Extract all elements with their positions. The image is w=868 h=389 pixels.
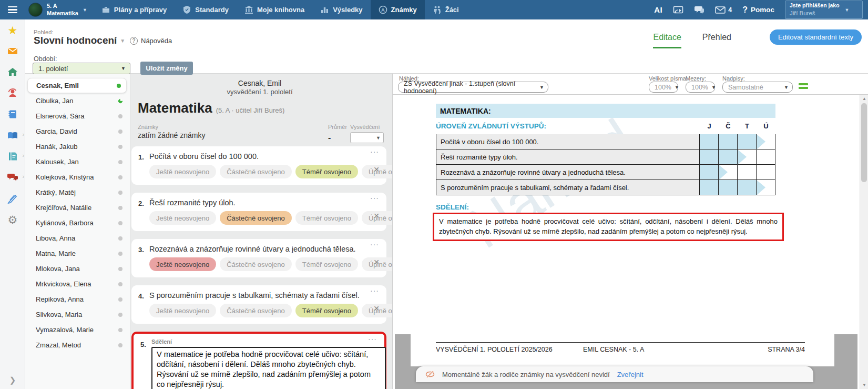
student-list-item[interactable]: Mrkvickova, Elena xyxy=(25,276,130,292)
student-list-item[interactable]: Slivkova, Maria xyxy=(25,307,130,322)
clear-rating-icon[interactable]: ✕ xyxy=(373,212,380,220)
rating-pill[interactable]: Částečně osvojeno xyxy=(220,165,292,178)
help-button[interactable]: ? Pomoc xyxy=(742,5,774,15)
library-book-icon[interactable]: › xyxy=(0,125,25,146)
scrollbar-thumb[interactable] xyxy=(861,103,867,182)
rating-pill[interactable]: Částečně osvojeno xyxy=(220,304,292,317)
rating-pill[interactable]: Ještě neosvojeno xyxy=(149,211,216,225)
scroll-down-arrow[interactable]: ▼ xyxy=(860,383,868,387)
item-menu-dots[interactable]: ··· xyxy=(370,147,379,156)
rating-pill[interactable]: Téměř osvojeno xyxy=(295,257,358,271)
rating-pill[interactable]: Ještě neosvojeno xyxy=(149,257,216,271)
rating-pill[interactable]: Ještě neosvojeno xyxy=(149,304,216,317)
student-list-item[interactable]: Zmazal, Metod xyxy=(25,337,130,353)
nav-item[interactable]: A Standardy xyxy=(175,0,237,19)
student-list-item[interactable]: Garcia, David xyxy=(25,124,130,139)
rating-pill[interactable]: Částečně osvojeno xyxy=(220,211,292,225)
cast-icon[interactable] xyxy=(673,5,683,15)
item-number: 1. xyxy=(138,153,144,161)
student-list-item[interactable]: Kalousek, Jan xyxy=(25,154,130,169)
nav-item[interactable]: A Výsledky xyxy=(312,0,370,19)
edit-standard-texts-button[interactable]: Editovat standardní texty xyxy=(770,29,862,45)
favorites-star-icon[interactable]: ★ xyxy=(0,19,25,41)
chat-icon[interactable] xyxy=(694,5,704,15)
spacing-select[interactable]: 100% ▼ xyxy=(686,82,715,93)
outcome-row: Rozeznává a znázorňuje rovinné útvary a … xyxy=(436,165,775,180)
page-header: Pohled: Slovní hodnocení▼ ? Nápověda Obd… xyxy=(25,19,868,74)
student-list-item[interactable]: Mlokova, Jana xyxy=(25,261,130,276)
home-icon[interactable] xyxy=(0,62,25,83)
topbar-right-group: AI 4 ? Pomoc Jste přihlášen jako Jiří Bu… xyxy=(654,0,868,19)
publish-link[interactable]: Zveřejnit xyxy=(617,371,644,378)
pen-icon[interactable] xyxy=(0,188,25,209)
clear-rating-icon[interactable]: ✕ xyxy=(373,165,380,174)
scroll-up-arrow[interactable]: ▲ xyxy=(860,96,868,101)
clear-rating-icon[interactable]: ✕ xyxy=(373,258,380,266)
help-link[interactable]: ? Nápověda xyxy=(130,37,172,45)
chevron-down-icon: ▼ xyxy=(376,135,381,141)
student-list-item[interactable]: Hanák, Jakub xyxy=(25,139,130,154)
period-select[interactable]: 1. pololetí ▼ xyxy=(33,63,130,74)
messages-envelope-icon[interactable] xyxy=(0,41,25,62)
journal-icon[interactable]: › xyxy=(0,146,25,167)
level-column-headers: JČTÚ xyxy=(700,122,775,130)
nav-label: Výsledky xyxy=(333,6,362,14)
rating-pill[interactable]: Téměř osvojeno xyxy=(295,211,358,225)
notebook-icon[interactable] xyxy=(0,104,25,125)
gear-icon[interactable]: ⚙ xyxy=(0,209,25,230)
item-menu-dots[interactable]: ··· xyxy=(370,194,379,202)
item-menu-dots[interactable]: ··· xyxy=(370,240,379,248)
assessment-item-card: 1. Počítá v oboru čísel do 100 000. Ješt… xyxy=(131,146,386,185)
report-message-heading: SDĚLENÍ: xyxy=(436,203,469,211)
nav-item[interactable]: A Plány a přípravy xyxy=(94,0,175,19)
ai-button[interactable]: AI xyxy=(654,5,662,14)
student-list-item[interactable]: Kolejková, Kristýna xyxy=(25,169,130,185)
mode-tab[interactable]: Přehled xyxy=(702,33,731,48)
save-changes-button[interactable]: Uložit změny xyxy=(140,62,193,75)
briefcase-icon xyxy=(101,5,110,14)
nav-item[interactable]: A Známky xyxy=(371,0,425,19)
report-grade-select[interactable]: ▼ xyxy=(350,132,384,143)
rating-pill[interactable]: Částečně osvojeno xyxy=(220,257,292,271)
student-list-item[interactable]: Libova, Anna xyxy=(25,231,130,246)
hamburger-menu-icon[interactable] xyxy=(0,0,25,19)
mail-indicator[interactable]: 4 xyxy=(715,5,732,15)
font-size-select[interactable]: 100% ▼ xyxy=(649,82,678,93)
expand-rail-chevron[interactable]: ❯ xyxy=(0,375,25,385)
rating-pill[interactable]: Ještě neosvojeno xyxy=(149,165,216,178)
rating-pill[interactable]: Téměř osvojeno xyxy=(295,165,358,178)
mode-tab[interactable]: Editace xyxy=(653,33,681,48)
headings-select[interactable]: Samostatně ▼ xyxy=(722,82,793,93)
item-menu-dots[interactable]: ··· xyxy=(370,286,379,295)
status-circle-icon xyxy=(118,297,122,302)
person-icon[interactable] xyxy=(0,83,25,104)
discussion-icon[interactable]: › xyxy=(0,167,25,188)
preview-scrollbar[interactable]: ▲ ▼ xyxy=(860,95,868,389)
average-value: - xyxy=(328,133,347,143)
nav-item[interactable]: A Moje knihovna xyxy=(237,0,312,19)
message-textarea[interactable]: V matematice je potřeba hodně procvičova… xyxy=(151,347,386,389)
status-circle-icon xyxy=(118,313,122,317)
user-menu[interactable]: Jste přihlášen jako Jiří Bureš ▼ xyxy=(785,1,863,19)
view-title-dropdown[interactable]: Slovní hodnocení▼ xyxy=(34,35,125,46)
layout-toggle-icon[interactable] xyxy=(799,81,808,91)
student-list-item[interactable]: Krátký, Matěj xyxy=(25,185,130,200)
template-select[interactable]: ZŠ Vysvědčení jinak - 1.stupeň (slovní h… xyxy=(398,82,548,93)
student-list-item[interactable]: Cesnak, Emil xyxy=(27,78,127,93)
help-label: Pomoc xyxy=(751,6,774,14)
student-list-item[interactable]: Elsnerová, Sára xyxy=(25,108,130,124)
item-menu-dots[interactable]: ··· xyxy=(368,335,377,343)
outcome-text: S porozuměním pracuje s tabulkami, schém… xyxy=(436,180,700,195)
student-list-item[interactable]: Krejčířová, Natálie xyxy=(25,200,130,215)
student-list-item[interactable]: Cibulka, Jan xyxy=(25,93,130,108)
student-list-item[interactable]: Kyliánová, Barbora xyxy=(25,215,130,231)
class-subject-selector[interactable]: 5. A Matematika ▼ xyxy=(25,0,94,19)
nav-item[interactable]: A Žáci xyxy=(425,0,467,19)
footer-page-number: STRANA 3/4 xyxy=(768,346,805,353)
student-list-item[interactable]: Repiková, Anna xyxy=(25,292,130,307)
rating-pill[interactable]: Téměř osvojeno xyxy=(295,304,358,317)
nav-label: Moje knihovna xyxy=(257,6,304,14)
student-list-item[interactable]: Vymazalová, Marie xyxy=(25,322,130,337)
clear-rating-icon[interactable]: ✕ xyxy=(373,304,380,313)
student-list-item[interactable]: Matna, Marie xyxy=(25,246,130,261)
